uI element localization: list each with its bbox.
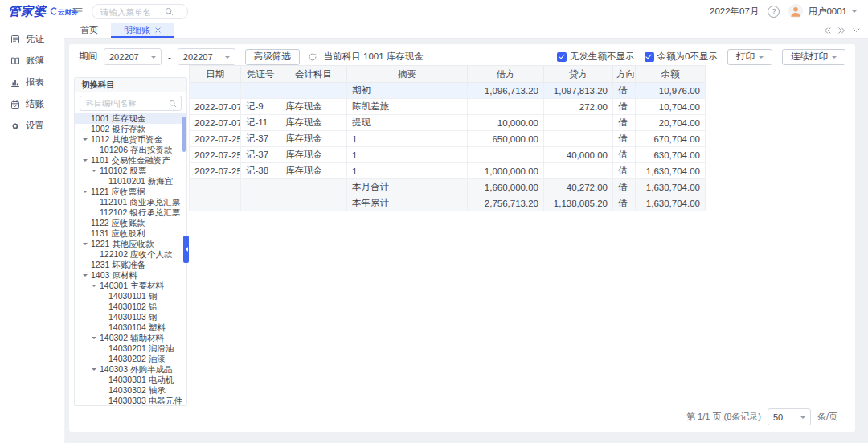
print-button[interactable]: 打印 xyxy=(727,49,772,65)
tree-item[interactable]: 140302 辅助材料 xyxy=(75,333,186,343)
tree-item[interactable]: 1122 应收账款 xyxy=(75,218,186,228)
tree-expand-arrow-icon[interactable] xyxy=(92,282,100,289)
tree-item[interactable]: 1131 应收股利 xyxy=(75,228,186,239)
cell-credit xyxy=(544,163,613,179)
cell-voucher-link[interactable] xyxy=(241,83,280,99)
menu-search-input[interactable] xyxy=(99,6,162,18)
table-row[interactable]: 2022-07-25 记-38 库存现金 1 1,000,000.00 借 1,… xyxy=(190,163,706,179)
tree-item[interactable]: 14030202 油漆 xyxy=(75,354,186,364)
print-continuous-button[interactable]: 连续打印 xyxy=(782,49,845,65)
tree-item[interactable]: 1012 其他货币资金 xyxy=(75,134,186,145)
tree-expand-arrow-icon[interactable] xyxy=(83,272,91,279)
tree-item-label: 1001 库存现金 xyxy=(91,113,145,125)
table-row[interactable]: 2022-07-25 记-37 库存现金 1 40,000.00 借 630,7… xyxy=(190,147,706,163)
sidebar-item[interactable]: 账簿 xyxy=(0,50,64,72)
hide-zero-balance-checkbox[interactable]: 余额为0不显示 xyxy=(645,51,718,63)
cell-date xyxy=(190,83,241,99)
sidebar-item[interactable]: 结账 xyxy=(0,93,64,115)
current-account-label: 当前科目:1001 库存现金 xyxy=(324,51,424,63)
tree-item[interactable]: 122102 应收个人款 xyxy=(75,249,186,260)
cell-voucher-link[interactable] xyxy=(241,195,280,211)
period-from-select[interactable]: 202207 xyxy=(104,48,162,65)
tree-item[interactable]: 112101 商业承兑汇票 xyxy=(75,197,186,207)
table-row[interactable]: 2022-07-25 记-37 库存现金 1 650,000.00 借 670,… xyxy=(190,131,706,147)
tree-item-label: 1012 其他货币资金 xyxy=(91,134,162,146)
tree-item[interactable]: 1403 原材料 xyxy=(75,270,186,281)
tree-item[interactable]: 140303 外购半成品 xyxy=(75,364,186,375)
help-icon[interactable]: ? xyxy=(768,6,780,18)
table-row[interactable]: 期初 1,096,713.20 1,097,813.20 借 10,976.00 xyxy=(190,83,706,99)
tab[interactable]: 首页 xyxy=(68,23,111,38)
page-size-select[interactable]: 50 xyxy=(768,408,811,425)
tree-item-label: 1101 交易性金融资产 xyxy=(91,155,170,166)
tree-item[interactable]: 14030303 电器元件 xyxy=(75,396,186,405)
tree-expand-arrow-icon[interactable] xyxy=(92,366,100,373)
tree-item[interactable]: 14030103 钢 xyxy=(75,312,186,322)
tab[interactable]: 明细账 xyxy=(111,23,174,38)
tree-item[interactable]: 1001 库存现金 xyxy=(75,113,186,124)
cell-voucher-link[interactable]: 记-11 xyxy=(241,115,280,131)
refresh-icon[interactable] xyxy=(308,52,317,62)
cell-voucher-link[interactable]: 记-37 xyxy=(241,147,280,163)
menu-search-box[interactable] xyxy=(92,4,188,19)
account-search-input[interactable] xyxy=(84,98,166,109)
cell-voucher-link[interactable] xyxy=(241,179,280,195)
hide-no-activity-checkbox[interactable]: 无发生额不显示 xyxy=(557,51,635,63)
sidebar-item-label: 账簿 xyxy=(26,55,44,67)
table-row[interactable]: 2022-07-07 记-9 库存现金 陈凯差旅 272.00 借 10,704… xyxy=(190,99,706,115)
tree-item[interactable]: 14030201 润滑油 xyxy=(75,343,186,354)
sidebar-item[interactable]: 设置 xyxy=(0,115,64,137)
tree-item[interactable]: 1231 坏账准备 xyxy=(75,260,186,270)
tree-item[interactable]: 1002 银行存款 xyxy=(75,124,186,134)
scroll-tabs-right-icon[interactable] xyxy=(838,27,845,34)
tree-item[interactable]: 101206 存出投资款 xyxy=(75,145,186,155)
tree-item[interactable]: 110102 股票 xyxy=(75,166,186,176)
tree-item-label: 1122 应收账款 xyxy=(91,218,145,229)
tree-item[interactable]: 1221 其他应收款 xyxy=(75,239,186,249)
tree-item[interactable]: 112102 银行承兑汇票 xyxy=(75,207,186,218)
tab-close-icon[interactable] xyxy=(155,27,161,33)
tree-expand-arrow-icon[interactable] xyxy=(83,136,91,143)
advanced-filter-button[interactable]: 高级筛选 xyxy=(245,49,300,65)
table-row[interactable]: 2022-07-07 记-11 库存现金 提现 10,000.00 借 20,7… xyxy=(190,115,706,131)
table-row[interactable]: 本年累计 2,756,713.20 1,138,085.20 借 1,630,7… xyxy=(190,195,706,211)
tree-expand-arrow-icon[interactable] xyxy=(83,188,91,195)
tree-item-label: 140301 主要材料 xyxy=(100,281,164,292)
user-name: 用户0001 xyxy=(808,6,847,18)
table-row[interactable]: 本月合计 1,660,000.00 40,272.00 借 1,630,704.… xyxy=(190,179,706,195)
tree-expand-arrow-icon[interactable] xyxy=(83,240,91,248)
hamburger-menu-icon[interactable] xyxy=(72,6,83,16)
tree-expand-arrow-icon[interactable] xyxy=(83,157,91,164)
brand-logo: 管家婆 云财务 xyxy=(8,0,79,23)
tree-item-label: 122102 应收个人款 xyxy=(100,249,172,260)
period-to-select[interactable]: 202207 xyxy=(178,48,235,65)
sidebar-item[interactable]: 凭证 xyxy=(0,28,64,50)
sidebar-item[interactable]: 报表 xyxy=(0,72,64,93)
tab-actions-dropdown-icon[interactable] xyxy=(853,28,860,33)
tree-item[interactable]: 140301 主要材料 xyxy=(75,281,186,291)
tree-item[interactable]: 14030104 塑料 xyxy=(75,322,186,333)
account-search-box[interactable] xyxy=(80,96,182,111)
tree-item[interactable]: 11010201 新海宜 xyxy=(75,176,186,187)
cell-direction: 借 xyxy=(613,195,636,211)
tree-item[interactable]: 14030301 电动机 xyxy=(75,375,186,385)
cell-voucher-link[interactable]: 记-38 xyxy=(241,163,280,179)
tree-expand-arrow-icon[interactable] xyxy=(92,334,100,342)
tree-item[interactable]: 1121 应收票据 xyxy=(75,187,186,197)
tree-item[interactable]: 14030101 铜 xyxy=(75,291,186,301)
cell-voucher-link[interactable]: 记-9 xyxy=(241,99,280,115)
user-menu[interactable]: 用户0001 xyxy=(788,4,857,18)
open-tabs: 首页 明细账 xyxy=(68,23,174,38)
cell-debit: 1,660,000.00 xyxy=(468,179,544,195)
cell-voucher-link[interactable]: 记-37 xyxy=(241,131,280,147)
tree-scrollbar-thumb[interactable] xyxy=(182,117,186,152)
cell-date xyxy=(190,195,241,211)
tree-expand-arrow-icon[interactable] xyxy=(92,167,100,174)
account-period-display: 2022年07月 xyxy=(710,6,759,18)
tree-item[interactable]: 14030302 轴承 xyxy=(75,385,186,396)
collapse-tree-handle[interactable] xyxy=(183,236,189,263)
tree-item[interactable]: 1101 交易性金融资产 xyxy=(75,155,186,166)
cell-account: 库存现金 xyxy=(280,163,347,179)
scroll-tabs-left-icon[interactable] xyxy=(824,27,831,34)
tree-item[interactable]: 14030102 铝 xyxy=(75,301,186,312)
